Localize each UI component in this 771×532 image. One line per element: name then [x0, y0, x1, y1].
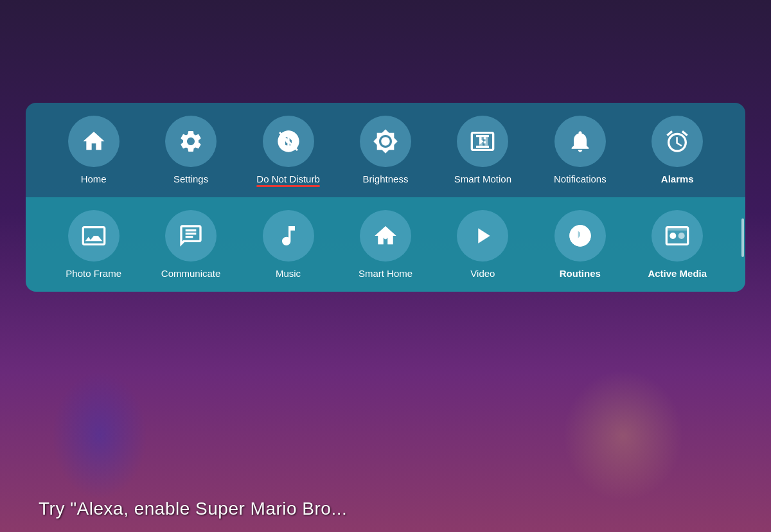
- home-icon: [81, 129, 107, 154]
- notifications-icon-circle: [554, 116, 606, 167]
- scrollbar[interactable]: [741, 218, 744, 257]
- music-label: Music: [276, 268, 301, 279]
- home-icon-circle: [68, 116, 120, 167]
- alarms-icon: [664, 129, 690, 154]
- photo-frame-icon: [81, 223, 107, 249]
- svg-point-1: [670, 233, 677, 239]
- video-label: Video: [470, 268, 495, 279]
- menu-item-settings[interactable]: Settings: [159, 116, 223, 184]
- brightness-icon-circle: [360, 116, 411, 167]
- bottom-menu-row: Photo Frame Communicate Music: [26, 197, 745, 292]
- photo-frame-label: Photo Frame: [66, 268, 121, 279]
- menu-item-do-not-disturb[interactable]: Do Not Disturb: [256, 116, 321, 184]
- dnd-label: Do Not Disturb: [256, 173, 319, 184]
- menu-item-home[interactable]: Home: [62, 116, 126, 184]
- menu-item-alarms[interactable]: Alarms: [645, 116, 709, 184]
- menu-item-video[interactable]: Video: [450, 210, 515, 279]
- home-label: Home: [81, 173, 107, 184]
- settings-icon-circle: [165, 116, 217, 167]
- routines-label: Routines: [560, 268, 601, 279]
- active-media-icon-circle: [651, 210, 703, 262]
- music-icon: [276, 223, 301, 249]
- menu-item-photo-frame[interactable]: Photo Frame: [62, 210, 126, 279]
- menu-item-brightness[interactable]: Brightness: [353, 116, 418, 184]
- smart-motion-label: Smart Motion: [454, 173, 511, 184]
- alarms-label: Alarms: [661, 173, 694, 184]
- svg-point-2: [678, 233, 685, 239]
- routines-icon: [567, 223, 593, 249]
- smart-home-icon-circle: [360, 210, 411, 262]
- device-frame: Try "Alexa, enable Super Mario Bro... Ho…: [0, 0, 771, 532]
- brightness-label: Brightness: [363, 173, 409, 184]
- bottom-prompt: Try "Alexa, enable Super Mario Bro...: [39, 499, 347, 519]
- smart-home-icon: [373, 223, 398, 249]
- smart-motion-icon-circle: [457, 116, 508, 167]
- brightness-icon: [373, 129, 398, 154]
- bg-figure-right: [553, 359, 694, 513]
- do-not-disturb-icon: [276, 129, 301, 154]
- communicate-icon-circle: [165, 210, 217, 262]
- video-icon: [470, 223, 495, 249]
- photo-frame-icon-circle: [68, 210, 120, 262]
- video-icon-circle: [457, 210, 508, 262]
- notifications-label: Notifications: [554, 173, 607, 184]
- smart-home-label: Smart Home: [359, 268, 412, 279]
- menu-item-smart-motion[interactable]: Smart Motion: [450, 116, 515, 184]
- active-media-icon: [664, 223, 690, 249]
- top-menu-row: Home Settings: [26, 103, 745, 197]
- active-media-label: Active Media: [648, 268, 707, 279]
- settings-label: Settings: [173, 173, 208, 184]
- menu-item-communicate[interactable]: Communicate: [159, 210, 223, 279]
- quick-settings-menu: Home Settings: [26, 103, 745, 292]
- menu-item-music[interactable]: Music: [256, 210, 321, 279]
- music-icon-circle: [263, 210, 314, 262]
- menu-item-routines[interactable]: Routines: [548, 210, 612, 279]
- bg-figure-left: [51, 371, 148, 500]
- communicate-icon: [178, 223, 204, 249]
- notifications-icon: [567, 129, 593, 154]
- menu-item-smart-home[interactable]: Smart Home: [353, 210, 418, 279]
- communicate-label: Communicate: [161, 268, 221, 279]
- alarms-icon-circle: [651, 116, 703, 167]
- smart-motion-icon: [470, 129, 495, 154]
- settings-icon: [178, 129, 204, 154]
- routines-icon-circle: [554, 210, 606, 262]
- menu-item-notifications[interactable]: Notifications: [548, 116, 612, 184]
- dnd-icon-circle: [263, 116, 314, 167]
- menu-item-active-media[interactable]: Active Media: [645, 210, 709, 279]
